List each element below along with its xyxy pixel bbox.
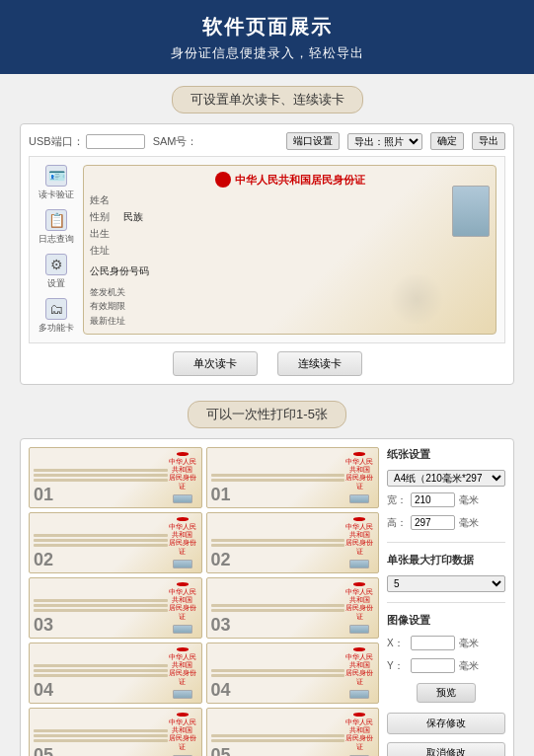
mini-emblem-icon <box>177 452 189 455</box>
confirm-button[interactable]: 确定 <box>430 132 464 150</box>
mini-card-lines <box>34 599 168 612</box>
header-title: 软件页面展示 <box>10 14 524 40</box>
id-number-label: 公民身份号码 <box>90 265 149 276</box>
width-input[interactable] <box>411 492 455 507</box>
continuous-read-button[interactable]: 连续读卡 <box>277 351 362 376</box>
mini-card-01-left: 01 中华人民共和国居民身份证 <box>29 447 202 508</box>
mini-emblem-icon <box>177 713 189 716</box>
mini-card-05-right: 05 中华人民共和国居民身份证 <box>206 708 380 756</box>
image-settings-label: 图像设置 <box>387 613 505 628</box>
mini-card-right-side: 中华人民共和国居民身份证 <box>344 452 374 503</box>
mini-card-number: 02 <box>34 551 168 568</box>
mini-emblem-icon <box>353 452 365 455</box>
mini-line <box>34 729 168 732</box>
daily-query-icon-btn[interactable]: 📋 日志查询 <box>38 209 74 246</box>
validity-label: 有效期限 <box>90 301 125 311</box>
x-input[interactable] <box>411 636 455 650</box>
y-input[interactable] <box>411 658 455 673</box>
mini-card-lines <box>211 604 345 612</box>
mini-card-number: 02 <box>211 551 345 568</box>
mini-card-right-side: 中华人民共和国居民身份证 <box>168 713 197 756</box>
mini-card-left-side: 01 <box>211 452 345 503</box>
settings-icon-btn[interactable]: ⚙ 设置 <box>45 254 67 290</box>
max-print-select[interactable]: 5 <box>387 575 505 592</box>
mini-card-02-right: 02 中华人民共和国居民身份证 <box>206 512 380 573</box>
mini-line <box>211 669 345 672</box>
mini-card-lines <box>34 664 168 677</box>
preview-button[interactable]: 预览 <box>417 683 476 703</box>
sam-item: SAM号： <box>153 134 198 149</box>
emblem-icon <box>215 172 231 188</box>
y-label: Y： <box>387 659 407 673</box>
mini-photo <box>349 494 369 503</box>
mini-card-lines <box>34 729 168 742</box>
mini-card-right-side: 中华人民共和国居民身份证 <box>168 452 197 503</box>
id-card-background <box>387 274 446 324</box>
usb-input[interactable] <box>86 134 145 149</box>
address-row: 住址 <box>90 242 490 259</box>
mini-card-title: 中华人民共和国居民身份证 <box>344 718 374 752</box>
main-content: 可设置单次读卡、连续读卡 USB端口： SAM号： 端口设置 导出：照片 确定 … <box>0 74 534 756</box>
mini-card-right-side: 中华人民共和国居民身份证 <box>344 713 374 756</box>
mini-line <box>211 544 345 547</box>
single-read-button[interactable]: 单次读卡 <box>173 351 258 376</box>
daily-query-icon: 📋 <box>45 209 67 231</box>
mini-card-number: 01 <box>34 486 168 503</box>
mini-photo <box>173 690 192 699</box>
paper-size-select[interactable]: A4纸（210毫米*297 <box>387 470 505 487</box>
mini-card-04-right: 04 中华人民共和国居民身份证 <box>206 643 380 704</box>
mini-card-title: 中华人民共和国居民身份证 <box>168 653 197 687</box>
mini-card-left-side: 03 <box>34 582 168 634</box>
width-label: 宽： <box>387 493 407 507</box>
mini-line <box>34 534 168 537</box>
settings-panel: 纸张设置 A4纸（210毫米*297 宽： 毫米 高： 毫米 单张最大打印数据 … <box>387 447 505 756</box>
port-settings-button[interactable]: 端口设置 <box>286 132 340 150</box>
mini-card-lines <box>34 534 168 547</box>
mini-line <box>34 739 168 742</box>
mini-card-number: 03 <box>211 616 345 634</box>
settings-icon: ⚙ <box>45 254 67 275</box>
mini-line <box>34 604 168 607</box>
height-input[interactable] <box>411 515 455 530</box>
mini-card-left-side: 04 <box>34 647 168 699</box>
mini-emblem-icon <box>353 713 365 716</box>
mini-card-right-side: 中华人民共和国居民身份证 <box>168 582 197 634</box>
usb-label: USB端口： <box>29 134 84 149</box>
mini-card-number: 04 <box>34 681 168 699</box>
height-label: 高： <box>387 516 407 530</box>
mini-emblem-icon <box>353 517 365 520</box>
mini-emblem-icon <box>353 582 365 585</box>
id-card-front: 中华人民共和国居民身份证 姓名 性别 民族 出生 <box>83 165 496 335</box>
mini-line <box>34 469 168 472</box>
multi-card-icon-btn[interactable]: 🗂 多功能卡 <box>38 298 74 335</box>
mini-card-number: 05 <box>34 746 168 756</box>
save-button[interactable]: 保存修改 <box>387 713 505 734</box>
x-row: X： 毫米 <box>387 636 505 650</box>
card-reader-icon-btn[interactable]: 🪪 读卡验证 <box>38 165 74 201</box>
cancel-button[interactable]: 取消修改 <box>387 742 505 756</box>
mini-line <box>211 604 345 607</box>
mini-card-number: 01 <box>211 486 345 503</box>
mini-emblem-icon <box>177 517 189 520</box>
mini-card-title: 中华人民共和国居民身份证 <box>344 653 374 687</box>
mini-card-left-side: 05 <box>34 713 168 756</box>
mini-line <box>211 674 345 677</box>
mini-card-right-side: 中华人民共和国居民身份证 <box>168 517 197 568</box>
multi-card-icon: 🗂 <box>45 298 67 320</box>
mini-line <box>34 599 168 602</box>
mini-card-left-side: 03 <box>211 582 345 634</box>
mini-card-lines <box>34 469 168 482</box>
latest-label: 最新住址 <box>90 316 125 326</box>
mini-line <box>34 664 168 667</box>
sam-label: SAM号： <box>153 134 198 149</box>
id-card-fields: 姓名 性别 民族 出生 住址 <box>90 191 490 279</box>
mini-card-05-left: 05 中华人民共和国居民身份证 <box>29 708 202 756</box>
toolbar: USB端口： SAM号： 端口设置 导出：照片 确定 导出 <box>29 132 505 150</box>
id-card-title: 中华人民共和国居民身份证 <box>90 172 490 188</box>
mini-card-left-side: 05 <box>211 713 345 756</box>
export-select[interactable]: 导出：照片 <box>347 133 422 150</box>
header-subtitle: 身份证信息便捷录入，轻松导出 <box>10 44 524 62</box>
mini-card-lines <box>211 539 345 547</box>
birth-label: 出生 <box>90 225 117 242</box>
export-button[interactable]: 导出 <box>472 132 505 150</box>
